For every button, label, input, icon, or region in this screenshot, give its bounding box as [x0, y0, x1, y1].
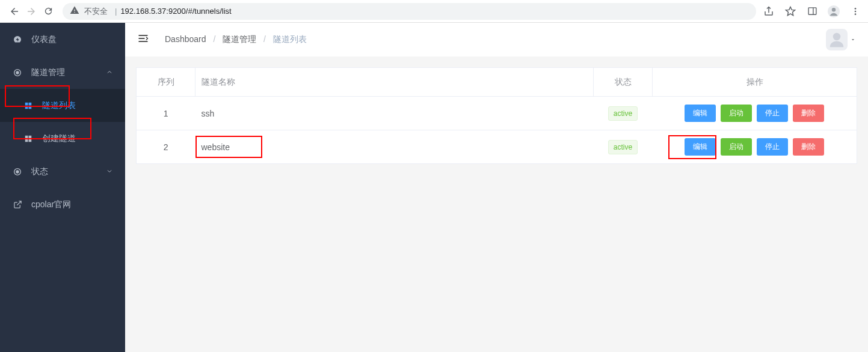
th-seq: 序列: [137, 68, 195, 97]
warning-icon: [70, 5, 79, 17]
cell-seq: 1: [137, 97, 195, 130]
svg-rect-0: [808, 8, 816, 14]
breadcrumb-item[interactable]: 隧道管理: [223, 34, 256, 44]
star-icon[interactable]: [784, 5, 797, 18]
sidebar-item-label: 状态: [31, 166, 48, 177]
table-row: 2 website active 编辑 启动 停止 删除: [137, 130, 857, 164]
th-action: 操作: [653, 68, 857, 97]
edit-button[interactable]: 编辑: [685, 105, 716, 122]
sidebar-item-label: 隧道列表: [42, 100, 76, 111]
edit-button[interactable]: 编辑: [685, 138, 716, 156]
cell-status: active: [594, 97, 653, 130]
svg-point-8: [16, 71, 19, 74]
share-icon[interactable]: [762, 5, 775, 18]
svg-rect-12: [29, 106, 32, 109]
stop-button[interactable]: 停止: [757, 138, 788, 156]
delete-button[interactable]: 删除: [793, 105, 824, 122]
th-status: 状态: [594, 68, 653, 97]
status-badge: active: [608, 106, 638, 121]
svg-rect-13: [25, 135, 28, 138]
sidebar-item-label: 仪表盘: [31, 34, 57, 45]
forward-button[interactable]: [23, 3, 40, 20]
cell-seq: 2: [137, 130, 195, 164]
svg-point-3: [832, 8, 836, 11]
svg-point-4: [855, 8, 857, 10]
external-link-icon: [12, 200, 23, 209]
profile-icon[interactable]: [827, 5, 840, 18]
unsafe-label: 不安全: [84, 6, 108, 17]
user-menu[interactable]: [826, 29, 856, 50]
delete-button[interactable]: 删除: [793, 138, 824, 156]
svg-rect-11: [25, 106, 28, 109]
cell-status: active: [594, 130, 653, 164]
svg-rect-10: [29, 102, 32, 105]
sidebar-item-status[interactable]: 状态: [0, 155, 125, 188]
sidebar-item-tunnel-list[interactable]: 隧道列表: [0, 89, 125, 122]
sidebar-item-label: 隧道管理: [31, 67, 65, 78]
url-divider: |: [115, 7, 117, 16]
kebab-menu-icon[interactable]: [849, 5, 862, 18]
status-badge: active: [608, 140, 638, 154]
table-icon: [23, 102, 34, 110]
breadcrumb-sep: /: [213, 34, 215, 44]
cell-action: 编辑 启动 停止 删除: [653, 130, 857, 164]
svg-point-6: [855, 13, 857, 15]
chevron-down-icon: [106, 167, 113, 177]
url-text: 192.168.5.37:9200/#/tunnels/list: [120, 7, 231, 16]
chevron-up-icon: [106, 68, 113, 77]
target-icon: [12, 167, 23, 177]
topbar: Dashboard / 隧道管理 / 隧道列表: [125, 23, 868, 56]
cell-action: 编辑 启动 停止 删除: [653, 97, 857, 130]
breadcrumb-sep: /: [263, 34, 266, 44]
back-button[interactable]: [6, 3, 23, 20]
svg-rect-9: [25, 102, 28, 105]
menu-toggle-icon[interactable]: [137, 32, 150, 47]
sidebar-item-label: cpolar官网: [31, 199, 71, 210]
table-row: 1 ssh active 编辑 启动 停止 删除: [137, 97, 857, 130]
table-icon: [23, 135, 34, 143]
svg-point-22: [833, 33, 841, 41]
sidebar-item-create-tunnel[interactable]: 创建隧道: [0, 122, 125, 155]
avatar-icon: [826, 29, 848, 50]
dashboard-icon: [12, 35, 23, 44]
svg-rect-16: [29, 139, 32, 142]
svg-rect-14: [29, 135, 32, 138]
breadcrumb-current: 隧道列表: [273, 34, 307, 44]
target-icon: [12, 68, 23, 77]
reload-button[interactable]: [40, 3, 57, 20]
chevron-down-icon: [850, 34, 856, 45]
address-bar[interactable]: 不安全 | 192.168.5.37:9200/#/tunnels/list: [63, 3, 756, 20]
svg-rect-15: [25, 139, 28, 142]
svg-point-18: [16, 171, 19, 173]
sidebar-item-tunnel-mgmt[interactable]: 隧道管理: [0, 56, 125, 89]
sidebar-item-dashboard[interactable]: 仪表盘: [0, 23, 125, 56]
panel-icon[interactable]: [805, 5, 819, 18]
browser-toolbar: 不安全 | 192.168.5.37:9200/#/tunnels/list: [0, 0, 868, 23]
cell-name: website: [195, 130, 594, 164]
main-content: Dashboard / 隧道管理 / 隧道列表 序列: [125, 23, 868, 352]
stop-button[interactable]: 停止: [757, 105, 788, 122]
sidebar-item-label: 创建隧道: [42, 133, 76, 144]
breadcrumb: Dashboard / 隧道管理 / 隧道列表: [164, 34, 308, 45]
cell-name: ssh: [195, 97, 594, 130]
breadcrumb-item[interactable]: Dashboard: [165, 34, 206, 44]
start-button[interactable]: 启动: [721, 105, 752, 122]
tunnel-table: 序列 隧道名称 状态 操作 1 ssh active 编辑 启动: [136, 67, 857, 164]
browser-actions: [762, 5, 862, 18]
sidebar: 仪表盘 隧道管理 隧道列表 创建隧道: [0, 23, 125, 352]
th-name: 隧道名称: [195, 68, 594, 97]
svg-point-5: [855, 10, 857, 12]
start-button[interactable]: 启动: [721, 138, 752, 156]
sidebar-item-cpolar-site[interactable]: cpolar官网: [0, 188, 125, 221]
